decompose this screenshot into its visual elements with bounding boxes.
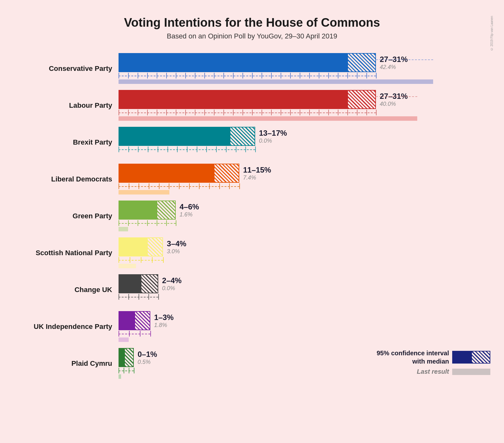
- tick-mark: [206, 147, 207, 152]
- last-result-ext: [119, 300, 484, 305]
- dotted-line: [119, 371, 134, 371]
- tick-mark: [148, 294, 149, 300]
- bar-hatched: [157, 201, 176, 220]
- party-label: UK Independence Party: [20, 323, 119, 331]
- tick-mark: [187, 147, 187, 152]
- tick-mark: [239, 183, 240, 189]
- party-label: Liberal Democrats: [20, 175, 119, 183]
- bars-section: Conservative Party27–31%42.4%Labour Part…: [20, 53, 484, 385]
- confidence-row: [119, 294, 484, 300]
- confidence-row: [119, 331, 484, 337]
- tick-mark: [252, 110, 253, 115]
- tick-mark: [290, 110, 291, 115]
- tick-mark: [366, 110, 367, 115]
- bar-last: 0.0%: [162, 285, 181, 292]
- bar-hatched: [230, 127, 255, 146]
- tick-mark: [138, 147, 139, 152]
- tick-mark: [242, 110, 243, 115]
- confidence-row: [119, 73, 484, 78]
- tick-mark: [357, 73, 358, 78]
- bar-hatched: [347, 90, 376, 109]
- tick-mark: [152, 257, 153, 263]
- legend: 95% confidence intervalwith median Last …: [377, 349, 490, 375]
- tick-mark: [129, 183, 129, 189]
- tick-mark: [119, 73, 119, 78]
- tick-mark: [309, 110, 310, 115]
- tick-mark: [185, 73, 186, 78]
- bar-solid: [119, 53, 347, 72]
- bar-area: 1–3%1.8%: [119, 311, 484, 342]
- last-result-bar: [119, 337, 129, 342]
- bar-label: 13–17%0.0%: [259, 129, 287, 144]
- legend-last-text: Last result: [417, 368, 449, 375]
- bar-area: 11–15%7.4%: [119, 164, 484, 195]
- tick-mark: [158, 294, 159, 300]
- chart-subtitle: Based on an Opinion Poll by YouGov, 29–3…: [20, 32, 484, 40]
- tick-mark: [376, 110, 377, 115]
- confidence-row: [119, 257, 484, 263]
- bar-main-row: 27–31%40.0%: [119, 90, 484, 109]
- tick-mark: [214, 110, 215, 115]
- tick-mark: [166, 220, 167, 226]
- last-result-bar: [119, 79, 433, 84]
- tick-mark: [138, 110, 138, 115]
- tick-mark: [169, 183, 169, 189]
- bar-last: 1.8%: [154, 322, 174, 329]
- bar-last: 1.6%: [180, 211, 199, 218]
- bar-main-row: 3–4%3.0%: [119, 237, 484, 256]
- bar-hatched: [214, 164, 239, 183]
- bar-range: 0–1%: [138, 350, 157, 359]
- bar-label: 3–4%3.0%: [167, 239, 186, 255]
- bar-solid: [119, 164, 214, 183]
- tick-mark: [139, 294, 139, 300]
- party-label: Labour Party: [20, 101, 119, 110]
- tick-mark: [216, 147, 217, 152]
- tick-mark: [281, 73, 281, 78]
- tick-mark: [338, 110, 338, 115]
- tick-mark: [309, 73, 310, 78]
- last-result-ext: [119, 337, 484, 342]
- bar-solid: [119, 274, 141, 293]
- party-label: Scottish National Party: [20, 249, 119, 257]
- tick-mark: [245, 147, 246, 152]
- bar-main-row: 1–3%1.8%: [119, 311, 484, 330]
- bar-last: 0.5%: [138, 359, 157, 365]
- bar-solid: [119, 90, 347, 109]
- bar-row: Change UK2–4%0.0%: [20, 274, 484, 305]
- tick-mark: [229, 183, 230, 189]
- bar-range: 1–3%: [154, 313, 174, 322]
- tick-mark: [166, 73, 167, 78]
- ext-conf-row: [376, 59, 433, 66]
- tick-mark: [119, 331, 119, 337]
- tick-mark: [366, 73, 367, 78]
- legend-last: Last result: [417, 368, 490, 375]
- tick-mark: [128, 73, 129, 78]
- bar-area: 27–31%40.0%: [119, 90, 484, 121]
- tick-mark: [252, 73, 253, 78]
- party-label: Green Party: [20, 212, 119, 220]
- copyright-text: © 2019 Flip van Laanen: [490, 16, 494, 51]
- bar-row: UK Independence Party1–3%1.8%: [20, 311, 484, 342]
- tick-mark: [236, 147, 236, 152]
- tick-mark: [166, 110, 167, 115]
- chart-container: © 2019 Flip van Laanen Voting Intentions…: [7, 6, 497, 394]
- bar-last: 7.4%: [243, 174, 271, 181]
- bar-main-row: 2–4%0.0%: [119, 274, 484, 293]
- tick-mark: [262, 73, 262, 78]
- tick-mark: [150, 331, 151, 337]
- tick-mark: [163, 257, 164, 263]
- bar-solid: [119, 201, 157, 220]
- bar-row: Conservative Party27–31%42.4%: [20, 53, 484, 84]
- bar-range: 2–4%: [162, 276, 181, 285]
- tick-mark: [141, 257, 141, 263]
- tick-mark: [328, 73, 329, 78]
- bar-area: 4–6%1.6%: [119, 201, 484, 232]
- party-label: Brexit Party: [20, 138, 119, 147]
- tick-mark: [119, 220, 119, 226]
- tick-mark: [219, 183, 220, 189]
- tick-mark: [139, 183, 139, 189]
- bar-last: 0.0%: [259, 138, 287, 144]
- legend-confidence-text: 95% confidence intervalwith median: [377, 349, 449, 365]
- bar-range: 11–15%: [243, 166, 271, 174]
- last-result-ext: [119, 116, 484, 121]
